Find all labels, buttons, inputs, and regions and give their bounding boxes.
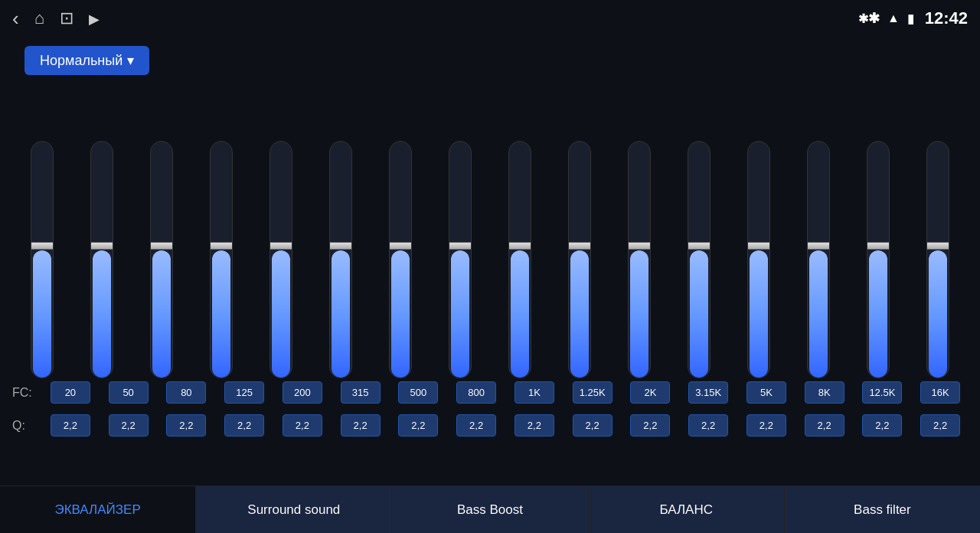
slider-fill-20 [33,250,51,378]
slider-thumb-20[interactable] [31,242,54,250]
q-btn-1.25K[interactable]: 2,2 [573,414,612,437]
slider-fill-16K [929,250,947,378]
fc-btn-16K[interactable]: 16K [920,381,960,404]
q-btn-50[interactable]: 2,2 [109,414,149,437]
preset-area: Нормальный ▾ [0,37,980,84]
bluetooth-icon: ✱ [858,10,880,27]
fc-btn-1K[interactable]: 1K [514,381,554,404]
slider-thumb-500[interactable] [389,242,412,250]
q-btn-5K[interactable]: 2,2 [746,414,786,437]
bottom-tabs: ЭКВАЛАЙЗЕР Surround sound Bass Boost БАЛ… [0,486,980,533]
slider-track-315[interactable] [329,141,352,378]
slider-thumb-50[interactable] [90,242,113,250]
fc-btn-3.15K[interactable]: 3.15K [688,381,728,404]
slider-track-125[interactable] [210,141,233,378]
home-button[interactable] [34,8,44,28]
fc-btn-5K[interactable]: 5K [746,381,786,404]
slider-fill-12.5K [869,250,887,378]
tab-balance[interactable]: БАЛАНС [589,486,785,533]
q-btn-12.5K[interactable]: 2,2 [862,414,902,437]
fc-btn-800[interactable]: 800 [456,381,496,404]
q-btn-800[interactable]: 2,2 [456,414,496,437]
slider-fill-3.15K [690,250,708,378]
q-btn-200[interactable]: 2,2 [283,414,322,437]
slider-col-315 [318,141,364,378]
play-button[interactable] [89,10,100,28]
slider-track-12.5K[interactable] [867,141,890,378]
fc-btn-500[interactable]: 500 [398,381,438,404]
slider-thumb-8K[interactable] [807,242,830,250]
fc-btn-12.5K[interactable]: 12.5K [862,381,902,404]
slider-track-500[interactable] [389,141,412,378]
slider-col-20 [19,141,65,378]
q-btn-1K[interactable]: 2,2 [514,414,554,437]
fc-btn-2K[interactable]: 2K [630,381,670,404]
recents-button[interactable] [60,8,74,28]
q-btn-20[interactable]: 2,2 [51,414,90,437]
slider-thumb-2K[interactable] [628,242,651,250]
status-bar: ✱ ▲ ▮ 12:42 [0,0,980,37]
fc-btn-50[interactable]: 50 [109,381,149,404]
slider-track-50[interactable] [90,141,113,378]
slider-track-800[interactable] [449,141,472,378]
tab-bass-boost[interactable]: Bass Boost [392,486,588,533]
q-btn-3.15K[interactable]: 2,2 [688,414,728,437]
slider-col-16K [915,141,961,378]
back-button[interactable] [12,7,19,31]
slider-fill-5K [750,250,768,378]
fc-btn-200[interactable]: 200 [283,381,322,404]
preset-label: Нормальный [40,53,122,69]
slider-track-20[interactable] [31,141,54,378]
tab-surround[interactable]: Surround sound [196,486,392,533]
slider-fill-80 [152,250,171,378]
slider-track-200[interactable] [270,141,292,378]
slider-thumb-16K[interactable] [926,242,949,250]
fc-btn-1.25K[interactable]: 1.25K [573,381,612,404]
slider-thumb-125[interactable] [210,242,233,250]
slider-thumb-1.25K[interactable] [568,242,591,250]
slider-track-8K[interactable] [807,141,830,378]
slider-col-125 [198,141,244,378]
slider-thumb-12.5K[interactable] [867,242,890,250]
slider-track-2K[interactable] [628,141,651,378]
q-btn-80[interactable]: 2,2 [166,414,206,437]
wifi-icon: ▲ [887,11,900,25]
slider-fill-8K [809,250,828,378]
slider-track-1K[interactable] [508,141,531,378]
slider-thumb-1K[interactable] [508,242,531,250]
slider-fill-315 [332,250,350,378]
tab-equalizer[interactable]: ЭКВАЛАЙЗЕР [0,486,196,533]
q-btn-125[interactable]: 2,2 [224,414,264,437]
eq-area: FC: 2050801252003155008001K1.25K2K3.15K5… [0,84,980,444]
fc-btn-125[interactable]: 125 [224,381,264,404]
fc-btn-80[interactable]: 80 [166,381,206,404]
slider-track-16K[interactable] [926,141,949,378]
q-btn-16K[interactable]: 2,2 [920,414,960,437]
fc-btn-315[interactable]: 315 [341,381,381,404]
fc-btn-8K[interactable]: 8K [805,381,844,404]
slider-col-200 [258,141,304,378]
slider-thumb-5K[interactable] [747,242,770,250]
q-btn-500[interactable]: 2,2 [398,414,438,437]
slider-thumb-3.15K[interactable] [688,242,710,250]
slider-track-5K[interactable] [747,141,770,378]
q-btn-2K[interactable]: 2,2 [630,414,670,437]
slider-track-1.25K[interactable] [568,141,591,378]
slider-thumb-800[interactable] [449,242,472,250]
slider-col-1K [497,141,543,378]
preset-button[interactable]: Нормальный ▾ [24,46,149,75]
fc-btn-20[interactable]: 20 [51,381,90,404]
slider-thumb-80[interactable] [150,242,173,250]
slider-track-3.15K[interactable] [688,141,710,378]
slider-thumb-315[interactable] [329,242,352,250]
slider-col-2K [616,141,662,378]
q-btn-8K[interactable]: 2,2 [805,414,844,437]
q-btn-315[interactable]: 2,2 [341,414,381,437]
slider-col-50 [79,141,125,378]
slider-col-8K [795,141,841,378]
slider-fill-500 [391,250,410,378]
q-row: Q: 2,22,22,22,22,22,22,22,22,22,22,22,22… [12,411,968,440]
slider-thumb-200[interactable] [270,242,292,250]
slider-track-80[interactable] [150,141,173,378]
tab-bass-filter[interactable]: Bass filter [785,486,980,533]
